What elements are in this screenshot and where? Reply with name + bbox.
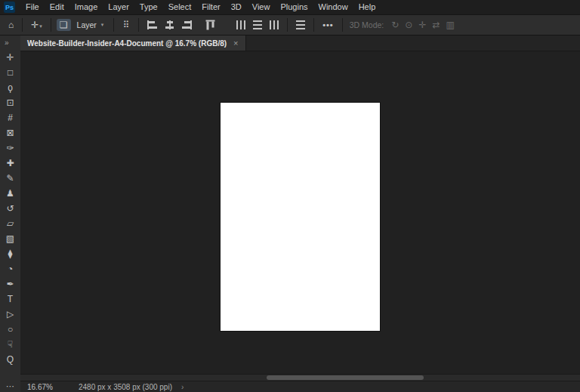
menu-item-label: Plugins bbox=[280, 2, 307, 11]
move-tool[interactable]: ✛ bbox=[1, 50, 20, 65]
separator bbox=[113, 18, 114, 32]
distribute-centers-icon bbox=[270, 20, 279, 29]
menu-item-type[interactable]: Type bbox=[134, 2, 163, 13]
tool-icon: ♟ bbox=[6, 188, 14, 199]
tool-icon: ✑ bbox=[6, 143, 14, 153]
camera-3d-icon: ▥ bbox=[443, 18, 458, 32]
dodge-tool[interactable]: ◔ bbox=[1, 261, 20, 276]
separator bbox=[51, 18, 51, 32]
threed-mode-label: 3D Mode: bbox=[350, 20, 384, 29]
menu-bar: Ps File Edit Image Layer Type Select Fil… bbox=[0, 0, 580, 14]
document-tab-title: Website-Builder-Insider-A4-Document @ 16… bbox=[27, 39, 227, 48]
distribute-horizontally-button[interactable] bbox=[233, 19, 248, 31]
align-center-icon bbox=[165, 20, 174, 29]
document-info[interactable]: 2480 px x 3508 px (300 ppi) bbox=[79, 383, 172, 391]
align-left-icon bbox=[147, 20, 157, 29]
tool-icon: ✚ bbox=[6, 158, 14, 168]
horizontal-scrollbar-thumb[interactable] bbox=[267, 375, 423, 380]
pan-3d-icon: ✛ bbox=[415, 18, 429, 32]
horizontal-scrollbar[interactable] bbox=[20, 374, 580, 381]
ellipse-tool[interactable]: ○ bbox=[1, 322, 20, 337]
tool-icon: □ bbox=[8, 67, 13, 78]
auto-select-toggle[interactable]: ❏ bbox=[57, 19, 71, 31]
chevron-down-icon: ▾ bbox=[101, 22, 104, 28]
align-right-icon bbox=[182, 20, 192, 29]
gradient-tool[interactable]: ▧ bbox=[1, 231, 20, 246]
align-right-edges-button[interactable] bbox=[179, 19, 195, 31]
document-tab-bar: Website-Builder-Insider-A4-Document @ 16… bbox=[20, 35, 580, 51]
menu-item-layer[interactable]: Layer bbox=[103, 2, 134, 13]
separator bbox=[313, 18, 314, 32]
current-tool-move-icon[interactable]: ✛▾ bbox=[28, 19, 45, 31]
threed-mode-icons: ↻ ⊙ ✛ ⇄ ▥ bbox=[388, 18, 458, 32]
menu-item-label: 3D bbox=[231, 2, 242, 11]
more-options-button[interactable]: ••• bbox=[319, 20, 337, 31]
status-bar: 16.67% 2480 px x 3508 px (300 ppi) › bbox=[20, 381, 580, 392]
zoom-tool[interactable]: Q bbox=[1, 352, 20, 367]
menu-item-select[interactable]: Select bbox=[163, 2, 197, 13]
menu-item-view[interactable]: View bbox=[247, 2, 276, 13]
tool-icon: ⊡ bbox=[6, 97, 14, 108]
photoshop-logo-icon: Ps bbox=[4, 2, 15, 13]
align-horizontal-centers-button[interactable] bbox=[162, 19, 177, 31]
crop-tool[interactable]: # bbox=[1, 110, 20, 125]
type-tool[interactable]: T bbox=[1, 292, 20, 307]
home-icon[interactable]: ⌂ bbox=[5, 19, 17, 31]
distribute-centers-button[interactable] bbox=[267, 19, 282, 31]
eyedropper-tool[interactable]: ✑ bbox=[1, 140, 20, 156]
edit-toolbar-button[interactable]: ⋯ bbox=[6, 380, 14, 392]
tool-icon: ✒ bbox=[6, 279, 14, 289]
tool-icon: T bbox=[8, 294, 13, 304]
frame-tool[interactable]: ⊠ bbox=[1, 125, 20, 140]
tool-icon: ⊠ bbox=[6, 128, 14, 138]
menu-item-label: Filter bbox=[202, 2, 220, 11]
distribute-spacing-button[interactable] bbox=[293, 19, 308, 31]
history-brush-tool[interactable]: ↺ bbox=[1, 201, 20, 216]
distribute-vertically-button[interactable] bbox=[250, 19, 265, 31]
work-area: » ✛ □ ϙ ⊡ # ⊠ ✑ ✚ ✎ bbox=[0, 35, 580, 392]
menu-item-plugins[interactable]: Plugins bbox=[275, 2, 313, 13]
pen-tool[interactable]: ✒ bbox=[1, 276, 20, 292]
document-tab[interactable]: Website-Builder-Insider-A4-Document @ 16… bbox=[20, 35, 246, 51]
auto-select-layer-dropdown[interactable]: Layer ▾ bbox=[72, 18, 109, 32]
transform-controls-toggle[interactable]: ⠿ bbox=[119, 19, 133, 31]
blur-tool[interactable]: ⧫ bbox=[1, 246, 20, 261]
healing-brush-tool[interactable]: ✚ bbox=[1, 156, 20, 171]
align-left-edges-button[interactable] bbox=[144, 19, 160, 31]
object-selection-tool[interactable]: ⊡ bbox=[1, 95, 20, 110]
document-window: Website-Builder-Insider-A4-Document @ 16… bbox=[20, 35, 580, 392]
options-bar: ⌂ ✛▾ ❏ Layer ▾ ⠿ ••• 3D Mode: ↻ ⊙ ✛ ⇄ ▥ bbox=[0, 14, 580, 35]
toolbar-expand-button[interactable]: » bbox=[0, 35, 20, 50]
hand-tool[interactable]: ☟ bbox=[1, 337, 20, 352]
menu-item-edit[interactable]: Edit bbox=[45, 2, 69, 13]
tool-icon: ☟ bbox=[8, 339, 13, 350]
document-canvas[interactable] bbox=[221, 103, 380, 331]
eraser-tool[interactable]: ▱ bbox=[1, 216, 20, 231]
tool-icon: ✎ bbox=[6, 173, 14, 184]
separator bbox=[287, 18, 288, 32]
menu-item-label: Edit bbox=[50, 2, 64, 11]
menu-item-label: Layer bbox=[108, 2, 129, 11]
zoom-level-field[interactable]: 16.67% bbox=[27, 383, 59, 391]
menu-item-file[interactable]: File bbox=[20, 2, 45, 13]
status-chevron-icon[interactable]: › bbox=[181, 383, 184, 391]
menu-item-help[interactable]: Help bbox=[353, 2, 381, 13]
menu-item-image[interactable]: Image bbox=[69, 2, 103, 13]
align-top-edges-button[interactable] bbox=[202, 19, 218, 31]
menu-item-label: Image bbox=[75, 2, 98, 11]
menu-item-filter[interactable]: Filter bbox=[196, 2, 225, 13]
lasso-tool[interactable]: ϙ bbox=[1, 80, 20, 95]
separator bbox=[22, 18, 23, 32]
rectangular-marquee-tool[interactable]: □ bbox=[1, 65, 20, 80]
tool-icon: ⧫ bbox=[8, 248, 13, 259]
menu-item-label: File bbox=[26, 2, 39, 11]
menu-item-label: Window bbox=[319, 2, 348, 11]
close-tab-icon[interactable]: × bbox=[233, 39, 238, 48]
tool-icon: # bbox=[8, 113, 13, 123]
menu-item-label: View bbox=[252, 2, 270, 11]
path-selection-tool[interactable]: ▷ bbox=[1, 307, 20, 322]
menu-item-window[interactable]: Window bbox=[313, 2, 353, 13]
clone-stamp-tool[interactable]: ♟ bbox=[1, 186, 20, 201]
menu-item-3d[interactable]: 3D bbox=[226, 2, 247, 13]
brush-tool[interactable]: ✎ bbox=[1, 171, 20, 186]
